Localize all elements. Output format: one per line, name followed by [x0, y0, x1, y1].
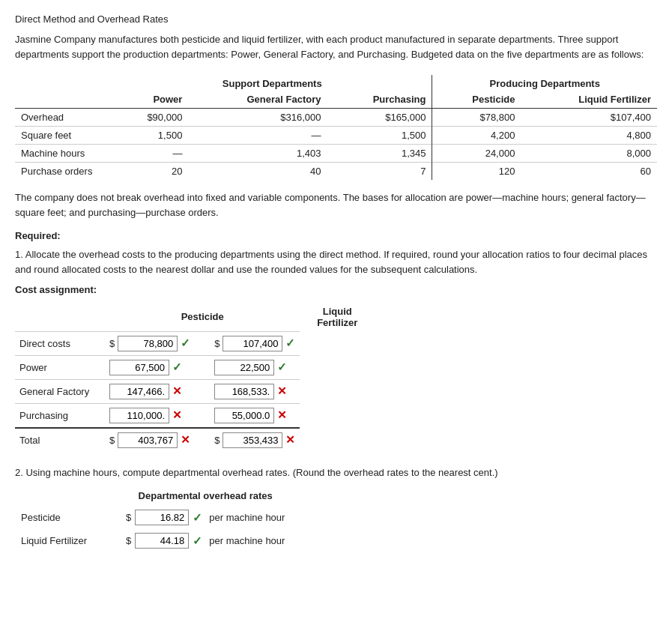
row-label: Machine hours — [15, 145, 112, 163]
required-label: Required: — [15, 230, 657, 241]
row-label: Purchase orders — [15, 163, 112, 181]
col-purchasing: Purchasing — [327, 91, 432, 109]
row-label: Overhead — [15, 109, 112, 127]
cell-pesticide: $78,800 — [432, 109, 521, 127]
cost-row-label: General Factory — [15, 379, 105, 403]
dollar-sign: $ — [126, 512, 131, 523]
dollar-sign: $ — [109, 338, 115, 349]
cell-purchasing: 7 — [327, 163, 432, 181]
cell-purchasing: 1,345 — [327, 145, 432, 163]
cost-row-label: Total — [15, 428, 105, 452]
rate-row-label: Pesticide — [15, 506, 120, 529]
col-liquid-fertilizer: Liquid Fertilizer — [521, 91, 657, 109]
rates-header: Departmental overhead rates — [120, 487, 291, 506]
col-general-factory: General Factory — [188, 91, 327, 109]
cell-liquid-fertilizer: 8,000 — [521, 145, 657, 163]
per-label: per machine hour — [209, 512, 285, 523]
cell-liquid-fertilizer: 4,800 — [521, 127, 657, 145]
cell-general-factory: $316,000 — [188, 109, 327, 127]
cost-table-row: Direct costs $ ✓ $ ✓ — [15, 331, 375, 355]
dollar-sign: $ — [126, 535, 131, 546]
liquid-fertilizer-input[interactable] — [223, 432, 282, 448]
cell-liquid-fertilizer: 60 — [521, 163, 657, 181]
cell-purchasing: $165,000 — [327, 109, 432, 127]
lf-input-cell: $ ✕ — [210, 428, 300, 452]
table-row: Overhead $90,000 $316,000 $165,000 $78,8… — [15, 109, 657, 127]
pesticide-input[interactable] — [109, 408, 169, 423]
question1-text: 1. Allocate the overhead costs to the pr… — [15, 247, 657, 277]
intro-text: Jasmine Company manufactures both pestic… — [15, 32, 657, 61]
lf-input-cell: ✕ — [210, 403, 300, 428]
lf-input-cell: ✕ — [210, 379, 300, 403]
cell-liquid-fertilizer: $107,400 — [521, 109, 657, 127]
pesticide-input[interactable] — [118, 432, 178, 448]
check-icon: ✓ — [181, 336, 190, 350]
check-icon: ✓ — [193, 511, 202, 525]
table-row: Square feet 1,500 — 1,500 4,200 4,800 — [15, 127, 657, 145]
rates-table: Departmental overhead rates Pesticide $ … — [15, 487, 291, 552]
section-note: The company does not break overhead into… — [15, 190, 657, 220]
liquid-fertilizer-input[interactable] — [223, 336, 282, 351]
liquid-fertilizer-input[interactable] — [214, 360, 274, 375]
dollar-sign: $ — [214, 435, 220, 446]
pesticide-col-header: Pesticide — [105, 303, 300, 331]
check-icon: ✓ — [193, 534, 202, 548]
rate-row-label: Liquid Fertilizer — [15, 529, 120, 552]
pesticide-input-cell: ✕ — [105, 379, 195, 403]
cost-assignment-table: Pesticide Liquid Fertilizer Direct costs… — [15, 303, 375, 452]
cost-table-row: General Factory ✕ ✕ — [15, 379, 375, 403]
support-header: Support Departments — [112, 75, 432, 91]
cross-icon: ✕ — [172, 384, 182, 398]
check-icon: ✓ — [285, 336, 295, 350]
question2-text: 2. Using machine hours, compute departme… — [15, 465, 657, 480]
pesticide-input-cell: ✕ — [105, 403, 195, 428]
rate-row: Liquid Fertilizer $ ✓ per machine hour — [15, 529, 291, 552]
liquid-fertilizer-input[interactable] — [214, 384, 274, 399]
table-row: Machine hours — 1,403 1,345 24,000 8,000 — [15, 145, 657, 163]
rate-input-cell: $ ✓ per machine hour — [120, 506, 291, 529]
rate-input[interactable] — [135, 510, 189, 525]
pesticide-input[interactable] — [118, 336, 178, 351]
liquid-fertilizer-input[interactable] — [214, 408, 274, 423]
dollar-sign: $ — [214, 338, 220, 349]
col-pesticide: Pesticide — [432, 91, 521, 109]
data-table: Support Departments Producing Department… — [15, 75, 657, 180]
cost-row-label: Direct costs — [15, 331, 105, 355]
row-label: Square feet — [15, 127, 112, 145]
cell-general-factory: 40 — [188, 163, 327, 181]
cell-power: 1,500 — [112, 127, 188, 145]
cross-icon: ✕ — [277, 408, 287, 422]
cell-pesticide: 4,200 — [432, 127, 521, 145]
cross-icon: ✕ — [277, 384, 287, 398]
cell-pesticide: 24,000 — [432, 145, 521, 163]
pesticide-input-cell: ✓ — [105, 355, 195, 379]
col-power: Power — [112, 91, 188, 109]
cross-icon: ✕ — [285, 433, 295, 447]
pesticide-input-cell: $ ✕ — [105, 428, 195, 452]
cost-table-row: Total $ ✕ $ ✕ — [15, 428, 375, 452]
page-title: Direct Method and Overhead Rates — [15, 13, 657, 25]
table-row: Purchase orders 20 40 7 120 60 — [15, 163, 657, 181]
cost-row-label: Power — [15, 355, 105, 379]
per-label: per machine hour — [209, 535, 285, 546]
cell-general-factory: 1,403 — [188, 145, 327, 163]
lf-input-cell: $ ✓ — [210, 331, 300, 355]
cost-assignment-label: Cost assignment: — [15, 284, 657, 295]
producing-header: Producing Departments — [432, 75, 657, 91]
pesticide-input[interactable] — [109, 360, 169, 375]
cross-icon: ✕ — [172, 408, 182, 422]
cell-power: 20 — [112, 163, 188, 181]
lf-input-cell: ✓ — [210, 355, 300, 379]
liquid-fertilizer-col-header: Liquid Fertilizer — [300, 303, 375, 331]
cross-icon: ✕ — [181, 433, 190, 447]
rate-input-cell: $ ✓ per machine hour — [120, 529, 291, 552]
rate-row: Pesticide $ ✓ per machine hour — [15, 506, 291, 529]
pesticide-input-cell: $ ✓ — [105, 331, 195, 355]
rate-input[interactable] — [135, 533, 189, 549]
check-icon: ✓ — [277, 360, 287, 374]
cell-general-factory: — — [188, 127, 327, 145]
cost-table-row: Purchasing ✕ ✕ — [15, 403, 375, 428]
pesticide-input[interactable] — [109, 384, 169, 399]
cell-power: — — [112, 145, 188, 163]
cost-table-row: Power ✓ ✓ — [15, 355, 375, 379]
